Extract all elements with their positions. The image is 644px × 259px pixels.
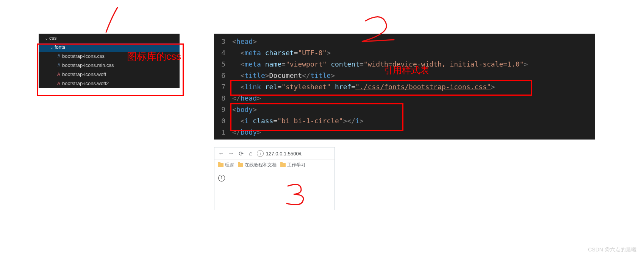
- line-number: 5: [214, 59, 228, 70]
- browser-preview: ← → ⟳ ⌂ i 127.0.0.1:5500/t 理财 在线教程和文档 工作…: [214, 147, 335, 210]
- file-label: bootstrap-icons.woff: [62, 70, 106, 79]
- handwritten-1-icon: [97, 6, 131, 34]
- browser-toolbar: ← → ⟳ ⌂ i 127.0.0.1:5500/t: [214, 147, 335, 160]
- file-item[interactable]: A bootstrap-icons.woff: [39, 70, 180, 79]
- line-number: 0: [214, 115, 228, 127]
- code-line: <meta name="viewport" content="width=dev…: [232, 59, 528, 70]
- code-line: </head>: [232, 93, 261, 104]
- code-line: <title>Document</title>: [232, 70, 335, 81]
- code-line: <body>: [232, 104, 257, 115]
- file-item[interactable]: # bootstrap-icons.min.css: [39, 61, 180, 70]
- file-item[interactable]: A bootstrap-icons.woff2: [39, 79, 180, 88]
- bookmark-label: 在线教程和文档: [245, 162, 277, 168]
- home-button[interactable]: ⌂: [247, 150, 255, 157]
- line-number: 4: [214, 47, 228, 59]
- bookmarks-bar: 理财 在线教程和文档 工作学习: [214, 160, 335, 170]
- folder-icon: [218, 163, 224, 167]
- file-item[interactable]: # bootstrap-icons.css: [39, 52, 180, 61]
- reload-button[interactable]: ⟳: [237, 150, 245, 157]
- bookmark-label: 工作学习: [287, 162, 305, 168]
- code-line: <i class="bi bi-1-circle"></i>: [232, 115, 364, 127]
- back-button[interactable]: ←: [217, 150, 225, 157]
- bookmark-label: 理财: [225, 162, 234, 168]
- watermark: CSDN @六点的晨曦: [588, 247, 636, 253]
- code-line: <meta charset="UTF-8">: [232, 47, 331, 59]
- font-file-icon: A: [55, 79, 62, 88]
- site-info-icon: i: [257, 150, 264, 157]
- font-file-icon: A: [55, 70, 62, 79]
- hash-icon: #: [55, 52, 62, 61]
- line-number: 3: [214, 36, 228, 47]
- code-line: <head>: [232, 36, 257, 47]
- folder-css[interactable]: ⌄ css: [39, 34, 180, 43]
- page-content: 1: [214, 170, 335, 185]
- folder-fonts[interactable]: ⌄ fonts: [39, 43, 180, 52]
- line-number: 1: [214, 127, 228, 138]
- chevron-down-icon: ⌄: [43, 34, 49, 43]
- folder-label: css: [49, 34, 57, 43]
- code-editor[interactable]: 3 <head> 4 <meta charset="UTF-8"> 5 <met…: [214, 34, 595, 140]
- file-label: bootstrap-icons.woff2: [62, 79, 109, 88]
- url-text: 127.0.0.1:5500/t: [266, 151, 302, 157]
- file-explorer: ⌄ css ⌄ fonts # bootstrap-icons.css # bo…: [39, 34, 180, 88]
- line-number: 9: [214, 104, 228, 115]
- line-number: 6: [214, 70, 228, 81]
- file-label: bootstrap-icons.css: [62, 52, 105, 61]
- folder-label: fonts: [55, 43, 65, 52]
- file-label: bootstrap-icons.min.css: [62, 61, 114, 70]
- address-bar[interactable]: i 127.0.0.1:5500/t: [257, 150, 331, 157]
- bi-1-circle-icon: 1: [218, 175, 225, 181]
- chevron-down-icon: ⌄: [48, 43, 55, 52]
- bookmark-item[interactable]: 理财: [218, 162, 234, 168]
- line-number: 8: [214, 93, 228, 104]
- bookmark-item[interactable]: 工作学习: [280, 162, 305, 168]
- code-line: <link rel="stylesheet" href="./css/fonts…: [232, 81, 495, 93]
- hash-icon: #: [55, 61, 62, 70]
- folder-icon: [238, 163, 243, 167]
- code-line: </body>: [232, 127, 261, 138]
- forward-button[interactable]: →: [227, 150, 235, 157]
- folder-icon: [280, 163, 286, 167]
- bookmark-item[interactable]: 在线教程和文档: [238, 162, 277, 168]
- line-number: 7: [214, 81, 228, 93]
